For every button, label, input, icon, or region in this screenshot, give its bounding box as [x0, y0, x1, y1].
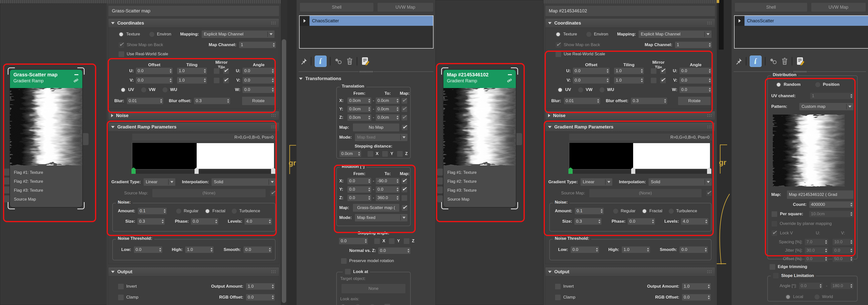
mirror-u-checkbox[interactable] [214, 68, 220, 74]
gradient-type-dropdown[interactable]: Linear [580, 178, 613, 186]
mirror-u-checkbox[interactable] [651, 68, 657, 74]
threshold-smooth-spinner[interactable]: 0.0 [243, 246, 272, 253]
pattern-dropdown[interactable]: Custom map [799, 103, 854, 111]
uv-channel-spinner[interactable]: 1 [810, 92, 854, 99]
modifier-chaosscatter[interactable]: ChaosScatter [310, 16, 433, 26]
rollout-header-gradient-ramp[interactable]: Gradient Ramp Parameters [108, 122, 279, 132]
rollout-transformations[interactable]: Transformations [299, 76, 435, 81]
tile-v-checkbox[interactable] [660, 78, 666, 84]
stepping-angle-spinner[interactable]: 0.0 [339, 238, 368, 244]
look-axis-x-radio[interactable] [340, 304, 346, 305]
vw-radio[interactable]: VW [578, 87, 592, 93]
slot-flag-1[interactable]: Flag #1: Texture [10, 168, 82, 177]
world-radio[interactable]: World [814, 294, 833, 300]
stepping-z-checkbox[interactable]: Z [397, 151, 408, 157]
offset-v-spinner[interactable]: 0.0 [572, 77, 610, 84]
noise-amount-spinner[interactable]: 0.1 [137, 208, 167, 214]
drag-grip-icon[interactable] [271, 114, 276, 118]
blur-offset-spinner[interactable]: 0.3 [194, 97, 230, 104]
translation-z-from-spinner[interactable]: 0.0cm [347, 114, 372, 121]
regular-radio[interactable]: Regular [176, 208, 199, 214]
wu-radio[interactable]: WU [599, 87, 614, 93]
map-channel-spinner[interactable]: 1 [675, 41, 712, 48]
count-spinner[interactable]: 400000 [809, 201, 854, 208]
rotation-z-from-spinner[interactable]: 0.0 [347, 194, 372, 201]
expand-arrow-icon[interactable] [735, 16, 744, 26]
drag-grip-icon[interactable] [271, 21, 276, 25]
source-map-button[interactable]: (None) [589, 189, 702, 197]
turbulence-radio[interactable]: Turbulence [669, 208, 697, 214]
offset-u-spinner[interactable]: 0.0 [805, 255, 828, 262]
angle-v-spinner[interactable]: 0.0 [242, 77, 275, 84]
slot-flag-2[interactable]: Flag #2: Texture [10, 177, 82, 186]
blur-spinner[interactable]: 0.01 [127, 97, 163, 104]
wu-radio[interactable]: WU [162, 87, 177, 93]
turbulence-radio[interactable]: Turbulence [231, 208, 260, 214]
rotation-z-map-checkbox[interactable] [401, 195, 407, 201]
edit-sheet-icon[interactable] [796, 57, 806, 66]
spacing-u-spinner[interactable]: 7.0 [805, 239, 828, 245]
rotation-map-button[interactable]: Grass-Scatter map ( [353, 204, 400, 212]
threshold-low-spinner[interactable]: 0.0 [134, 246, 162, 253]
gradient-bar[interactable] [132, 143, 275, 170]
environ-radio[interactable]: Environ [586, 31, 608, 37]
tab-uvw-map[interactable]: UVW Map [811, 2, 866, 12]
spacing-v-spinner[interactable]: 10.0 [832, 239, 854, 245]
node-header[interactable]: Grass-Scatter map Gradient Ramp [10, 70, 82, 88]
rgb-offset-spinner[interactable]: 0.0 [682, 294, 711, 301]
pin-icon[interactable] [735, 58, 743, 65]
translation-map-enable-checkbox[interactable] [402, 124, 408, 131]
noise-amount-spinner[interactable]: 0.1 [575, 208, 604, 214]
mapping-dropdown[interactable]: Explicit Map Channel [638, 30, 712, 38]
threshold-high-spinner[interactable]: 1.0 [185, 246, 214, 253]
flag-track[interactable] [569, 170, 711, 174]
slot-flag-3[interactable]: Flag #3: Texture [443, 186, 516, 195]
mirror-v-checkbox[interactable] [651, 78, 657, 84]
slot-flag-2[interactable]: Flag #2: Texture [443, 177, 516, 186]
use-real-world-scale-checkbox[interactable]: Use Real-World Scale [555, 51, 605, 57]
angle-v-spinner[interactable]: 0.0 [679, 77, 712, 84]
clamp-checkbox[interactable]: Clamp [118, 294, 138, 301]
offset-u-spinner[interactable]: 0.0 [136, 67, 173, 74]
drag-grip-icon[interactable] [707, 270, 712, 274]
mapping-dropdown[interactable]: Explicit Map Channel [202, 30, 275, 38]
clamp-checkbox[interactable]: Clamp [555, 294, 576, 301]
invert-checkbox[interactable]: Invert [118, 283, 137, 289]
rotation-y-from-spinner[interactable]: 0.0 [347, 186, 372, 193]
random-radio[interactable]: Random [776, 82, 801, 88]
stepping-distance-spinner[interactable]: 0.0cm [339, 150, 361, 157]
noise-levels-spinner[interactable]: 4.0 [244, 218, 272, 225]
tab-uvw-map[interactable]: UVW Map [377, 2, 434, 12]
texture-radio[interactable]: Texture [555, 31, 577, 37]
fractal-radio[interactable]: Fractal [205, 208, 225, 214]
tiling-v-spinner[interactable]: 1.0 [614, 77, 644, 84]
tab-shell[interactable]: Shell [735, 2, 807, 12]
slot-flag-3[interactable]: Flag #3: Texture [10, 186, 82, 195]
drag-grip-icon[interactable] [707, 21, 712, 25]
offset-v-spinner[interactable]: 50.0 [832, 255, 854, 262]
gradient-type-dropdown[interactable]: Linear [143, 178, 176, 186]
modifier-chaosscatter[interactable]: ChaosScatter [744, 16, 868, 26]
tiling-v-spinner[interactable]: 1.0 [177, 77, 207, 84]
rollout-header-noise[interactable]: Noise [545, 111, 715, 120]
rollout-header-output[interactable]: Output [108, 267, 279, 276]
texture-radio[interactable]: Texture [118, 31, 140, 37]
mirror-v-checkbox[interactable] [214, 78, 220, 84]
output-amount-spinner[interactable]: 1.0 [682, 283, 711, 290]
slope-angle-to-spinner[interactable]: 180.0 [831, 282, 854, 289]
per-square-checkbox[interactable] [771, 211, 777, 217]
drag-grip-icon[interactable] [707, 114, 712, 118]
rotate-button[interactable]: Rotate [242, 96, 275, 105]
translation-mode-dropdown[interactable]: Map fixed [354, 133, 408, 141]
per-square-spinner[interactable]: 10.0cm [809, 211, 854, 217]
local-radio[interactable]: Local [785, 294, 803, 300]
edit-sheet-icon[interactable] [361, 57, 371, 66]
offset-u-spinner[interactable]: 0.0 [572, 67, 610, 74]
edge-trimming-checkbox[interactable]: Edge trimming [769, 263, 868, 270]
translation-z-to-spinner[interactable]: 0.0cm [375, 114, 400, 121]
slot-flag-1[interactable]: Flag #1: Texture [443, 168, 516, 177]
rollout-header-output[interactable]: Output [545, 267, 715, 276]
noise-size-spinner[interactable]: 0.3 [137, 218, 165, 225]
flag-track[interactable] [132, 170, 275, 174]
material-preview-button[interactable] [750, 56, 762, 67]
